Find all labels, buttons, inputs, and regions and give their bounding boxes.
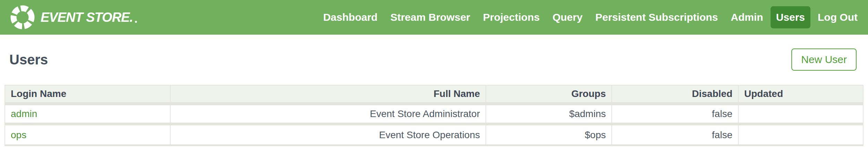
page-title: Users [9, 52, 48, 68]
nav-item-users[interactable]: Users [771, 6, 810, 28]
eventstore-aperture-icon [9, 4, 36, 30]
users-table-body: adminEvent Store Administrator$adminsfal… [5, 105, 863, 145]
user-link-ops[interactable]: ops [11, 130, 26, 140]
user-row-admin: adminEvent Store Administrator$adminsfal… [5, 105, 863, 125]
user-link-admin[interactable]: admin [11, 108, 37, 119]
nav-item-stream-browser[interactable]: Stream Browser [385, 6, 476, 28]
eventstore-logo[interactable]: EVENT STORE. [9, 4, 137, 30]
cell-updated [739, 125, 863, 145]
cell-full-name: Event Store Operations [171, 125, 486, 145]
nav-item-log-out[interactable]: Log Out [812, 6, 863, 28]
main-nav: DashboardStream BrowserProjectionsQueryP… [318, 6, 863, 28]
column-header-disabled: Disabled [612, 86, 739, 105]
column-header-full-name: Full Name [171, 86, 486, 105]
page-head: Users New User [9, 48, 857, 71]
users-table-header-row: Login NameFull NameGroupsDisabledUpdated [5, 86, 863, 105]
cell-disabled: false [612, 125, 739, 145]
cell-disabled: false [612, 105, 739, 125]
top-nav-bar: EVENT STORE. DashboardStream BrowserProj… [0, 0, 868, 35]
new-user-button[interactable]: New User [791, 48, 857, 71]
cell-login-name: admin [5, 105, 171, 125]
nav-item-dashboard[interactable]: Dashboard [318, 6, 383, 28]
cell-groups: $admins [486, 105, 612, 125]
cell-updated [739, 105, 863, 125]
logo-text: EVENT STORE. [41, 10, 133, 25]
cell-login-name: ops [5, 125, 171, 145]
nav-item-query[interactable]: Query [547, 6, 588, 28]
registered-mark-dot [135, 21, 137, 23]
nav-item-admin[interactable]: Admin [725, 6, 768, 28]
cell-groups: $ops [486, 125, 612, 145]
column-header-groups: Groups [486, 86, 612, 105]
nav-item-projections[interactable]: Projections [478, 6, 545, 28]
column-header-updated: Updated [739, 86, 863, 105]
users-table: Login NameFull NameGroupsDisabledUpdated… [5, 85, 863, 146]
cell-full-name: Event Store Administrator [171, 105, 486, 125]
user-row-ops: opsEvent Store Operations$opsfalse [5, 125, 863, 145]
users-page: Users New User Login NameFull NameGroups… [0, 48, 868, 146]
nav-item-persistent-subscriptions[interactable]: Persistent Subscriptions [590, 6, 723, 28]
column-header-login-name: Login Name [5, 86, 171, 105]
